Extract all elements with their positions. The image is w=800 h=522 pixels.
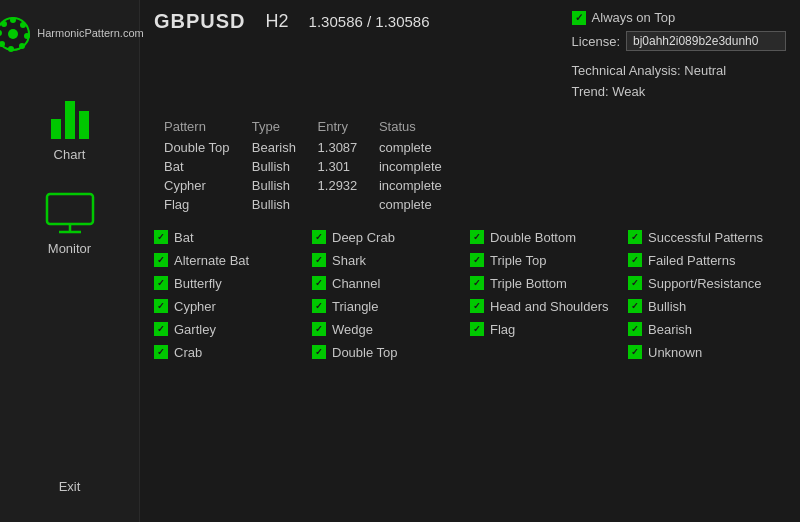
checkbox[interactable] [154,299,168,313]
checkbox-label: Triple Top [490,253,546,268]
checkbox-item[interactable]: Flag [470,322,628,337]
checkbox-item[interactable]: Wedge [312,322,470,337]
checkbox[interactable] [154,345,168,359]
checkbox-label: Alternate Bat [174,253,249,268]
checkbox-item[interactable]: Butterfly [154,276,312,291]
checkbox[interactable] [470,253,484,267]
svg-point-9 [8,29,18,39]
checkbox-label: Support/Resistance [648,276,761,291]
cell-status: incomplete [369,176,454,195]
checkbox-item[interactable]: Deep Crab [312,230,470,245]
svg-point-4 [19,43,25,49]
checkbox-item[interactable]: Shark [312,253,470,268]
checkbox-item[interactable]: Successful Patterns [628,230,786,245]
cell-status: complete [369,195,454,214]
table-row: Double Top Bearish 1.3087 complete [154,138,454,157]
checkbox-item[interactable]: Support/Resistance [628,276,786,291]
checkboxes-grid: Bat Alternate Bat Butterfly Cypher Gartl… [154,230,786,360]
cell-status: complete [369,138,454,157]
checkbox[interactable] [628,230,642,244]
sidebar-item-chart[interactable]: Chart [0,83,139,172]
checkbox-col-2: Deep Crab Shark Channel Triangle Wedge D… [312,230,470,360]
checkbox[interactable] [312,299,326,313]
checkbox-item[interactable]: Alternate Bat [154,253,312,268]
checkbox-item[interactable]: Bullish [628,299,786,314]
checkbox-label: Double Bottom [490,230,576,245]
checkbox[interactable] [154,322,168,336]
sidebar-item-monitor[interactable]: Monitor [0,182,139,266]
sidebar: HarmonicPattern.com Chart Monitor Exit [0,0,140,522]
checkbox-label: Crab [174,345,202,360]
checkbox-item[interactable]: Double Top [312,345,470,360]
checkbox-label: Deep Crab [332,230,395,245]
cell-type: Bullish [242,176,308,195]
checkbox[interactable] [470,322,484,336]
checkbox-label: Wedge [332,322,373,337]
checkbox-item[interactable]: Head and Shoulders [470,299,628,314]
checkbox[interactable] [312,276,326,290]
cell-type: Bullish [242,195,308,214]
checkbox-item[interactable]: Failed Patterns [628,253,786,268]
checkbox[interactable] [628,345,642,359]
checkbox[interactable] [154,276,168,290]
checkbox[interactable] [470,299,484,313]
checkbox-label: Triple Bottom [490,276,567,291]
checkbox[interactable] [154,253,168,267]
checkbox-item[interactable]: Double Bottom [470,230,628,245]
checkbox-item[interactable]: Channel [312,276,470,291]
checkbox-item[interactable]: Triple Top [470,253,628,268]
header-row: GBPUSD H2 1.30586 / 1.30586 Always on To… [154,10,786,103]
checkbox-label: Bearish [648,322,692,337]
checkbox[interactable] [628,276,642,290]
cell-pattern: Bat [154,157,242,176]
checkbox-item[interactable]: Bearish [628,322,786,337]
col-entry: Entry [308,117,369,138]
chart-icon [47,93,93,143]
col-status: Status [369,117,454,138]
checkbox-item[interactable]: Unknown [628,345,786,360]
logo-text: HarmonicPattern.com [37,27,143,40]
checkbox[interactable] [312,230,326,244]
checkbox-item[interactable]: Gartley [154,322,312,337]
checkbox-item[interactable]: Triple Bottom [470,276,628,291]
checkbox-label: Butterfly [174,276,222,291]
checkbox-item[interactable]: Triangle [312,299,470,314]
checkbox-item[interactable]: Crab [154,345,312,360]
table-row: Flag Bullish complete [154,195,454,214]
checkbox[interactable] [628,322,642,336]
checkbox[interactable] [312,322,326,336]
svg-point-5 [8,46,14,52]
checkbox-label: Channel [332,276,380,291]
checkbox[interactable] [470,230,484,244]
always-on-top-row: Always on Top [572,10,786,25]
checkbox[interactable] [628,299,642,313]
table-row: Cypher Bullish 1.2932 incomplete [154,176,454,195]
main-content: GBPUSD H2 1.30586 / 1.30586 Always on To… [140,0,800,522]
tech-analysis: Technical Analysis: Neutral Trend: Weak [572,61,786,103]
cell-type: Bearish [242,138,308,157]
checkbox-item[interactable]: Cypher [154,299,312,314]
symbol: GBPUSD [154,10,246,33]
technical-analysis-text: Technical Analysis: Neutral [572,61,786,82]
checkbox-label: Unknown [648,345,702,360]
license-label: License: [572,34,620,49]
svg-rect-10 [47,194,93,224]
checkbox[interactable] [312,345,326,359]
checkbox[interactable] [312,253,326,267]
patterns-table: Pattern Type Entry Status Double Top Bea… [154,117,454,214]
checkbox-label: Gartley [174,322,216,337]
license-input[interactable] [626,31,786,51]
checkbox[interactable] [628,253,642,267]
cell-entry [308,195,369,214]
cell-pattern: Cypher [154,176,242,195]
cell-entry: 1.301 [308,157,369,176]
exit-button[interactable]: Exit [39,471,101,502]
cell-status: incomplete [369,157,454,176]
table-row: Bat Bullish 1.301 incomplete [154,157,454,176]
svg-point-3 [24,33,30,39]
always-on-top-checkbox[interactable] [572,11,586,25]
cell-entry: 1.3087 [308,138,369,157]
checkbox[interactable] [154,230,168,244]
checkbox-item[interactable]: Bat [154,230,312,245]
checkbox[interactable] [470,276,484,290]
